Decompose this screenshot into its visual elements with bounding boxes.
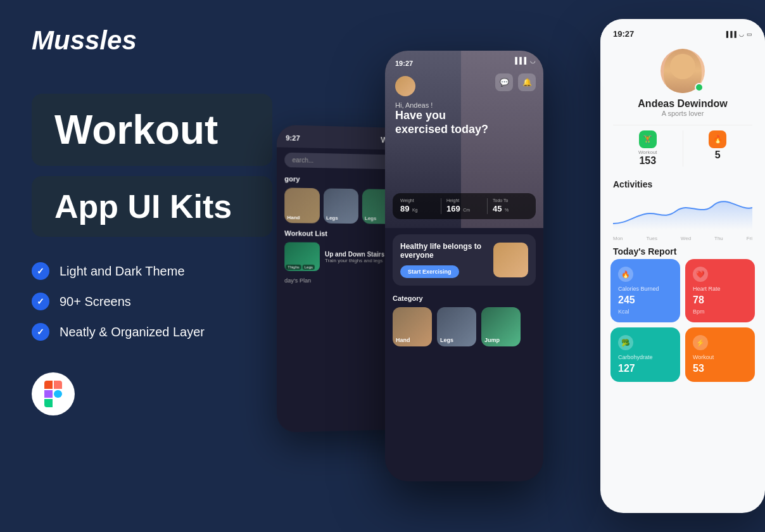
workout-stat-value: 153	[639, 155, 656, 167]
check-icon-3	[32, 323, 49, 341]
phone-2-greeting: Hi, Andeas ! Have youexercised today?	[395, 101, 488, 136]
feature-item-3: Neatly & Organized Layer	[32, 323, 272, 341]
greeting-text: Hi, Andeas !	[395, 101, 488, 109]
workout-thumb-1: Thighs Legs	[284, 242, 320, 271]
feature-item-2: 90+ Screens	[32, 293, 272, 310]
calories-label: Calories Burned	[618, 286, 673, 292]
check-icon-2	[32, 293, 49, 310]
p3-wifi: ◡	[739, 31, 744, 37]
question-text: Have youexercised today?	[395, 109, 488, 136]
phone-2: 19:27 ▐▐▐ ◡ 💬 🔔 Hi, Andeas ! Have youexe…	[385, 51, 543, 481]
chat-icon[interactable]: 💬	[495, 73, 513, 91]
workout-stat-label: Workout	[638, 149, 657, 155]
appui-headline-text: App UI Kits	[54, 188, 232, 225]
tag-legs: Legs	[303, 265, 315, 270]
report-label: Today's Report	[600, 243, 765, 259]
check-icon-1	[32, 262, 49, 280]
carbo-label: Carbohydrate	[618, 354, 673, 360]
phone-2-stats: Weight 89 Kg Height 169 Cm Todo To 45 %	[393, 193, 536, 219]
figma-tl	[44, 381, 53, 389]
feature-label-3: Neatly & Organized Layer	[60, 325, 205, 339]
chart-days: Mon Tues Wed Thu Fri	[613, 234, 752, 243]
report-grid: 🔥 Calories Burned 245 Kcal ❤️ Heart Rate…	[600, 259, 765, 382]
figma-logo	[32, 372, 75, 415]
phone-3: 19:27 ▐▐▐ ◡ ▭ Andeas Dewindow A sports l…	[600, 19, 765, 513]
p2-cat-jump: Jump	[481, 307, 521, 346]
p3-user-name: Andeas Dewindow	[638, 98, 727, 110]
phone-2-avatar	[395, 76, 415, 96]
tag-thighs: Thighs	[286, 265, 301, 270]
figma-mr	[54, 390, 62, 398]
p3-profile: Andeas Dewindow A sports lover 🏋️ Workou…	[600, 44, 765, 174]
phones-container: 9:27 Workout earch... gory Hand Legs Leg…	[271, 0, 765, 532]
p3-time: 19:27	[613, 29, 634, 39]
p3-signal: ▐▐▐	[724, 31, 737, 37]
fire-stat-icon: 🔥	[709, 130, 726, 148]
heartrate-card: ❤️ Heart Rate 78 Bpm	[685, 259, 755, 322]
cat-legs-label: Legs	[326, 215, 338, 221]
cat-hand: Hand	[284, 187, 320, 223]
feature-label-1: Light and Dark Theme	[60, 264, 185, 279]
phone-2-category-label: Category	[385, 292, 543, 305]
phone-3-header: 19:27 ▐▐▐ ◡ ▭	[600, 19, 765, 44]
workout-report-label: Workout	[693, 354, 747, 360]
cat-hand-label: Hand	[287, 215, 300, 220]
phone-2-status-icons: ▐▐▐ ◡	[513, 57, 536, 64]
calories-card: 🔥 Calories Burned 245 Kcal	[610, 259, 680, 322]
calories-value: 245	[618, 294, 673, 306]
brand-title: Mussles	[32, 25, 272, 56]
avatar-head	[670, 54, 695, 79]
feature-item-1: Light and Dark Theme	[32, 262, 272, 280]
cat-legs: Legs	[324, 188, 358, 224]
signal-icon: ▐▐▐	[513, 57, 526, 64]
stat-weight: Weight 89 Kg	[400, 198, 436, 214]
heartrate-icon: ❤️	[693, 267, 708, 282]
workout-report-value: 53	[693, 363, 747, 374]
p2-cat-hand: Hand	[393, 307, 432, 346]
activities-label: Activities	[600, 174, 765, 192]
workout-report-icon: ⚡	[693, 335, 708, 350]
p3-status-icons: ▐▐▐ ◡ ▭	[724, 31, 752, 37]
day-tues: Tues	[646, 236, 657, 241]
day-thu: Thu	[714, 236, 723, 241]
start-exercising-btn[interactable]: Start Exercising	[400, 265, 459, 278]
phone-2-time: 19:27	[395, 60, 413, 67]
p3-stat-workout: 🏋️ Workout 153	[613, 130, 683, 167]
p2-legs-label: Legs	[440, 337, 453, 343]
headline-appui: App UI Kits	[32, 176, 272, 237]
left-panel: Mussles Workout App UI Kits Light and Da…	[0, 0, 304, 532]
calories-unit: Kcal	[618, 308, 673, 315]
carbo-icon: 🥦	[618, 335, 633, 350]
heartrate-unit: Bpm	[693, 308, 747, 315]
card-title: Healthy life belongs to everyone	[400, 242, 487, 260]
p3-stats-row: 🏋️ Workout 153 🔥 5	[613, 125, 752, 167]
activities-chart: Mon Tues Wed Thu Fri	[613, 192, 752, 243]
carbo-card: 🥦 Carbohydrate 127	[610, 327, 680, 382]
fire-stat-value: 5	[715, 149, 721, 161]
phone-1-time: 9:27	[286, 134, 300, 142]
bell-icon[interactable]: 🔔	[518, 73, 536, 91]
figma-tr	[54, 381, 62, 389]
figma-ml	[44, 390, 53, 398]
p2-cat-legs: Legs	[437, 307, 476, 346]
wifi-icon: ◡	[530, 57, 536, 64]
figma-bl	[44, 399, 53, 407]
stat-divider-2	[487, 198, 488, 214]
workout-headline-text: Workout	[54, 107, 218, 153]
p3-user-subtitle: A sports lover	[662, 110, 704, 117]
carbo-value: 127	[618, 363, 673, 374]
notification-icons: 💬 🔔	[495, 73, 536, 91]
p2-hand-label: Hand	[396, 337, 410, 343]
headline-workout: Workout	[32, 94, 272, 166]
phone-2-hero: 19:27 ▐▐▐ ◡ 💬 🔔 Hi, Andeas ! Have youexe…	[385, 51, 543, 228]
day-wed: Wed	[681, 236, 691, 241]
card-text: Healthy life belongs to everyone Start E…	[400, 242, 487, 278]
stat-todo: Todo To 45 %	[493, 198, 528, 214]
workout-stat-icon: 🏋️	[639, 130, 657, 148]
stat-divider-1	[441, 198, 441, 214]
day-fri: Fri	[747, 236, 752, 241]
p3-stat-fire: 🔥 5	[683, 130, 753, 167]
stat-height: Height 169 Cm	[446, 198, 482, 214]
p2-jump-label: Jump	[484, 337, 500, 343]
healthy-life-card: Healthy life belongs to everyone Start E…	[393, 234, 536, 286]
